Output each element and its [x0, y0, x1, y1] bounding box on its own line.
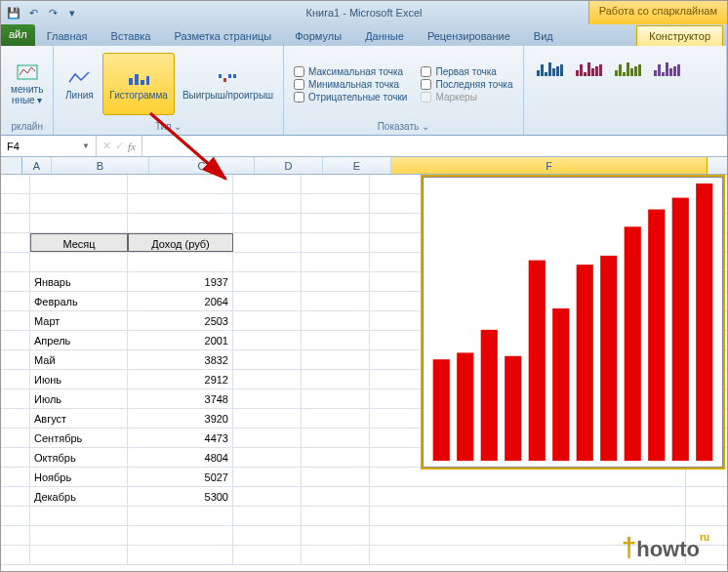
chk-markers[interactable]: Маркеры: [421, 92, 512, 102]
cell[interactable]: [233, 175, 302, 193]
cell[interactable]: [30, 526, 128, 545]
cell[interactable]: [128, 194, 233, 213]
tab-insert[interactable]: Вставка: [100, 26, 163, 46]
cell[interactable]: [233, 468, 302, 486]
cell[interactable]: [1, 175, 30, 193]
cell[interactable]: [1, 389, 30, 408]
cell[interactable]: 5300: [128, 487, 233, 506]
style-item[interactable]: [612, 52, 645, 85]
cell[interactable]: [233, 194, 302, 213]
cell[interactable]: [370, 507, 686, 525]
cell[interactable]: [233, 253, 302, 271]
qat-dropdown-icon[interactable]: ▾: [63, 4, 81, 21]
tab-file[interactable]: айл: [1, 24, 35, 46]
tab-home[interactable]: Главная: [35, 26, 100, 46]
tab-data[interactable]: Данные: [353, 26, 416, 46]
cell[interactable]: [1, 487, 30, 506]
table-row[interactable]: [1, 526, 727, 546]
cell[interactable]: [30, 175, 128, 193]
cell[interactable]: Май: [30, 350, 128, 369]
cell[interactable]: Декабрь: [30, 487, 128, 506]
cell[interactable]: [302, 311, 370, 330]
cell[interactable]: Февраль: [30, 292, 128, 310]
cell[interactable]: [302, 350, 370, 369]
cell[interactable]: [302, 370, 370, 388]
cell[interactable]: [1, 292, 30, 310]
cell[interactable]: [302, 487, 370, 506]
cell[interactable]: [128, 546, 233, 564]
cell[interactable]: [1, 194, 30, 213]
cell[interactable]: [302, 507, 370, 525]
cell[interactable]: [1, 331, 30, 349]
name-box[interactable]: F4 ▼: [1, 136, 97, 156]
cell[interactable]: Август: [30, 409, 128, 428]
cell[interactable]: Июнь: [30, 370, 128, 388]
tab-review[interactable]: Рецензирование: [416, 26, 522, 46]
cell[interactable]: Апрель: [30, 331, 128, 349]
sparkline-style-gallery[interactable]: [526, 48, 724, 89]
cell[interactable]: [233, 272, 302, 291]
cell[interactable]: Ноябрь: [30, 468, 128, 486]
cell[interactable]: [302, 253, 370, 271]
cell[interactable]: [233, 429, 302, 447]
cell[interactable]: 2912: [128, 370, 233, 388]
cell[interactable]: [302, 526, 370, 545]
cell[interactable]: [302, 429, 370, 447]
style-item[interactable]: [573, 52, 606, 85]
cell[interactable]: [302, 272, 370, 291]
tab-view[interactable]: Вид: [522, 26, 565, 46]
chk-first[interactable]: Первая точка: [421, 66, 512, 77]
cell[interactable]: [233, 507, 302, 525]
cell[interactable]: [30, 214, 128, 232]
cell[interactable]: 2503: [128, 311, 233, 330]
cell[interactable]: [128, 214, 233, 232]
cell[interactable]: [302, 389, 370, 408]
cell[interactable]: Март: [30, 311, 128, 330]
table-row[interactable]: Декабрь5300: [1, 487, 727, 507]
chk-min[interactable]: Минимальная точка: [294, 79, 407, 90]
colhead-F[interactable]: F: [391, 157, 708, 174]
tab-layout[interactable]: Разметка страницы: [162, 26, 283, 46]
cell[interactable]: Октябрь: [30, 448, 128, 467]
cell[interactable]: [302, 292, 370, 310]
cell[interactable]: [370, 468, 686, 486]
cell[interactable]: [233, 331, 302, 349]
cell[interactable]: [302, 175, 370, 193]
cell[interactable]: [302, 546, 370, 564]
cell[interactable]: Месяц: [30, 233, 128, 252]
cell[interactable]: [233, 487, 302, 506]
colhead-E[interactable]: E: [323, 157, 391, 174]
cell[interactable]: [302, 331, 370, 349]
cell[interactable]: [1, 507, 30, 525]
cell[interactable]: [1, 409, 30, 428]
cell[interactable]: [1, 272, 30, 291]
cell[interactable]: [302, 468, 370, 486]
cell[interactable]: [233, 389, 302, 408]
cell[interactable]: [1, 370, 30, 388]
select-all-corner[interactable]: [1, 157, 22, 174]
colhead-B[interactable]: B: [52, 157, 149, 174]
cell[interactable]: [302, 409, 370, 428]
formula-input[interactable]: [142, 136, 727, 156]
colhead-A[interactable]: A: [22, 157, 52, 174]
cell[interactable]: [302, 194, 370, 213]
fx-icon[interactable]: fx: [128, 141, 136, 152]
cell[interactable]: [1, 526, 30, 545]
cell[interactable]: [233, 233, 302, 252]
cell[interactable]: 4804: [128, 448, 233, 467]
cell[interactable]: [128, 507, 233, 525]
name-box-dropdown-icon[interactable]: ▼: [82, 142, 90, 150]
redo-icon[interactable]: ↷: [44, 4, 61, 21]
cell[interactable]: [233, 311, 302, 330]
undo-icon[interactable]: ↶: [24, 4, 42, 21]
chk-max[interactable]: Максимальная точка: [294, 66, 407, 77]
cell[interactable]: 3920: [128, 409, 233, 428]
cell[interactable]: Сентябрь: [30, 429, 128, 447]
cell[interactable]: [30, 194, 128, 213]
cell[interactable]: [233, 214, 302, 232]
cell[interactable]: 3748: [128, 389, 233, 408]
cell[interactable]: [233, 370, 302, 388]
tab-design[interactable]: Конструктор: [636, 25, 723, 46]
cell[interactable]: Июль: [30, 389, 128, 408]
cell[interactable]: [30, 253, 128, 271]
